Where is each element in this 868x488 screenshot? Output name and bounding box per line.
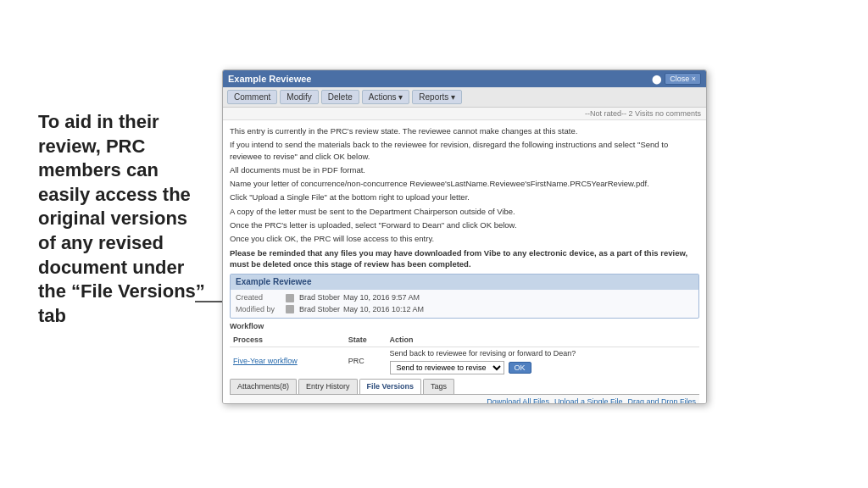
created-avatar (286, 292, 296, 303)
created-by: Brad Stober (299, 292, 340, 303)
entry-info-title: Example Reviewee (231, 274, 698, 290)
drag-drop-link[interactable]: Drag and Drop Files (627, 396, 696, 404)
download-all-link[interactable]: Download All Files (487, 396, 549, 404)
workflow-table: Process State Action Five-Year workflow … (230, 334, 699, 375)
content-line8: Once you click OK, the PRC will lose acc… (230, 233, 699, 244)
modify-button[interactable]: Modify (280, 90, 318, 104)
annotation-text: To aid in their review, PRC members can … (38, 110, 208, 328)
main-toolbar: Comment Modify Delete Actions ▾ Reports … (223, 87, 706, 108)
delete-button[interactable]: Delete (321, 90, 359, 104)
content-line3: All documents must be in PDF format. (230, 164, 699, 175)
modified-by: Brad Stober (299, 304, 340, 315)
workflow-row: Five-Year workflow PRC Send back to revi… (230, 347, 699, 375)
tab-tags[interactable]: Tags (423, 379, 454, 394)
modified-date: May 10, 2016 10:12 AM (343, 304, 424, 315)
modified-avatar (286, 304, 296, 315)
actions-button[interactable]: Actions ▾ (362, 90, 410, 104)
entry-modified-row: Modified by Brad Stober May 10, 2016 10:… (236, 304, 693, 315)
workflow-state: PRC (345, 347, 387, 375)
tab-attachments[interactable]: Attachments(8) (230, 379, 297, 394)
workflow-col-process: Process (230, 334, 345, 347)
content-line4: Name your letter of concurrence/non-conc… (230, 178, 699, 189)
send-back-label: Send back to reviewee for revising or fo… (390, 348, 696, 359)
created-label: Created (236, 292, 282, 303)
content-area: This entry is currently in the PRC's rev… (223, 120, 706, 404)
upload-single-link[interactable]: Upload a Single File (554, 396, 623, 404)
content-line5: Click "Upload a Single File" at the bott… (230, 191, 699, 202)
created-date: May 10, 2016 9:57 AM (343, 292, 420, 303)
tab-entry-history[interactable]: Entry History (298, 379, 358, 394)
comment-button[interactable]: Comment (227, 90, 277, 104)
content-line2: If you intend to send the materials back… (230, 139, 699, 162)
entry-info-body: Created Brad Stober May 10, 2016 9:57 AM… (231, 290, 698, 318)
send-back-select[interactable]: Send to reviewee to revise Forward to De… (390, 361, 504, 374)
main-window: Example Reviewee ⬤ Close × Comment Modif… (222, 69, 707, 404)
ratings-text: --Not rated-- 2 Visits no comments (585, 109, 701, 118)
content-line9: Please be reminded that any files you ma… (230, 247, 699, 270)
modified-label: Modified by (236, 304, 282, 315)
workflow-section: Workflow Process State Action Five-Year … (230, 321, 699, 375)
ok-button[interactable]: OK (509, 362, 531, 374)
workflow-col-action: Action (387, 334, 699, 347)
send-back-row: Send to reviewee to revise Forward to De… (390, 361, 696, 374)
workflow-process-link[interactable]: Five-Year workflow (233, 357, 298, 365)
window-title: Example Reviewee (228, 74, 311, 84)
content-line6: A copy of the letter must be sent to the… (230, 206, 699, 217)
tab-file-versions[interactable]: File Versions (359, 379, 422, 394)
content-line1: This entry is currently in the PRC's rev… (230, 125, 699, 136)
workflow-title: Workflow (230, 321, 699, 332)
entry-created-row: Created Brad Stober May 10, 2016 9:57 AM (236, 292, 693, 303)
window-icon-circle: ⬤ (652, 75, 661, 84)
close-button[interactable]: Close × (665, 73, 701, 85)
workflow-col-state: State (345, 334, 387, 347)
window-titlebar: Example Reviewee ⬤ Close × (223, 70, 706, 87)
entry-info-box: Example Reviewee Created Brad Stober May… (230, 274, 699, 319)
titlebar-buttons: ⬤ Close × (652, 73, 701, 85)
files-toolbar: Download All Files Upload a Single File … (230, 395, 699, 404)
tabs-row: Attachments(8) Entry History File Versio… (230, 379, 699, 395)
content-line7: Once the PRC's letter is uploaded, selec… (230, 219, 699, 230)
reports-button[interactable]: Reports ▾ (412, 90, 462, 104)
ratings-bar: --Not rated-- 2 Visits no comments (223, 108, 706, 120)
